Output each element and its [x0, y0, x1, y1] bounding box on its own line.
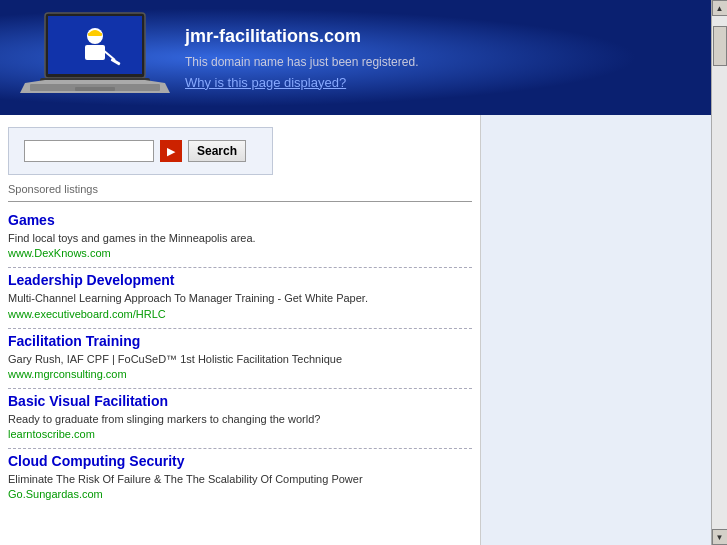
list-item: Facilitation TrainingGary Rush, IAF CPF … [8, 333, 472, 389]
list-item: Basic Visual FacilitationReady to gradua… [8, 393, 472, 449]
search-container: ▶ Search [8, 127, 273, 175]
listing-title[interactable]: Cloud Computing Security [8, 453, 472, 469]
listing-title[interactable]: Games [8, 212, 472, 228]
search-arrow-icon: ▶ [160, 140, 182, 162]
left-panel: ▶ Search Sponsored listings GamesFind lo… [0, 115, 480, 545]
list-item: GamesFind local toys and games in the Mi… [8, 212, 472, 268]
listing-url[interactable]: www.mgrconsulting.com [8, 368, 472, 380]
divider [8, 201, 472, 202]
content-area: ▶ Search Sponsored listings GamesFind lo… [0, 115, 711, 545]
header-banner: jmr-facilitations.com This domain name h… [0, 0, 711, 115]
search-input[interactable] [24, 140, 154, 162]
svg-rect-4 [88, 33, 102, 36]
header-domain: jmr-facilitations.com [185, 26, 418, 47]
header-tagline: This domain name has just been registere… [185, 55, 418, 69]
scrollbar-track[interactable] [712, 16, 728, 529]
sponsored-label: Sponsored listings [8, 183, 472, 195]
listing-description: Eliminate The Risk Of Failure & The The … [8, 472, 472, 486]
header-text-block: jmr-facilitations.com This domain name h… [185, 26, 418, 90]
listing-title[interactable]: Basic Visual Facilitation [8, 393, 472, 409]
listing-url[interactable]: Go.Sungardas.com [8, 488, 472, 500]
listings-container: GamesFind local toys and games in the Mi… [8, 212, 472, 508]
scrollbar-thumb[interactable] [713, 26, 727, 66]
scroll-up-button[interactable]: ▲ [712, 0, 728, 16]
laptop-illustration [15, 8, 175, 108]
listing-description: Ready to graduate from slinging markers … [8, 412, 472, 426]
listing-title[interactable]: Leadership Development [8, 272, 472, 288]
list-item: Leadership DevelopmentMulti-Channel Lear… [8, 272, 472, 328]
scroll-down-button[interactable]: ▼ [712, 529, 728, 545]
listing-description: Find local toys and games in the Minneap… [8, 231, 472, 245]
search-button[interactable]: Search [188, 140, 246, 162]
listing-url[interactable]: learntoscribe.com [8, 428, 472, 440]
listing-url[interactable]: www.executiveboard.com/HRLC [8, 308, 472, 320]
list-item: Cloud Computing SecurityEliminate The Ri… [8, 453, 472, 508]
svg-rect-9 [75, 87, 115, 91]
listing-title[interactable]: Facilitation Training [8, 333, 472, 349]
why-page-link[interactable]: Why is this page displayed? [185, 75, 346, 90]
svg-rect-3 [85, 45, 105, 60]
right-ad-panel [480, 115, 711, 545]
listing-description: Gary Rush, IAF CPF | FoCuSeD™ 1st Holist… [8, 352, 472, 366]
scrollbar[interactable]: ▲ ▼ [711, 0, 727, 545]
listing-description: Multi-Channel Learning Approach To Manag… [8, 291, 472, 305]
listing-url[interactable]: www.DexKnows.com [8, 247, 472, 259]
